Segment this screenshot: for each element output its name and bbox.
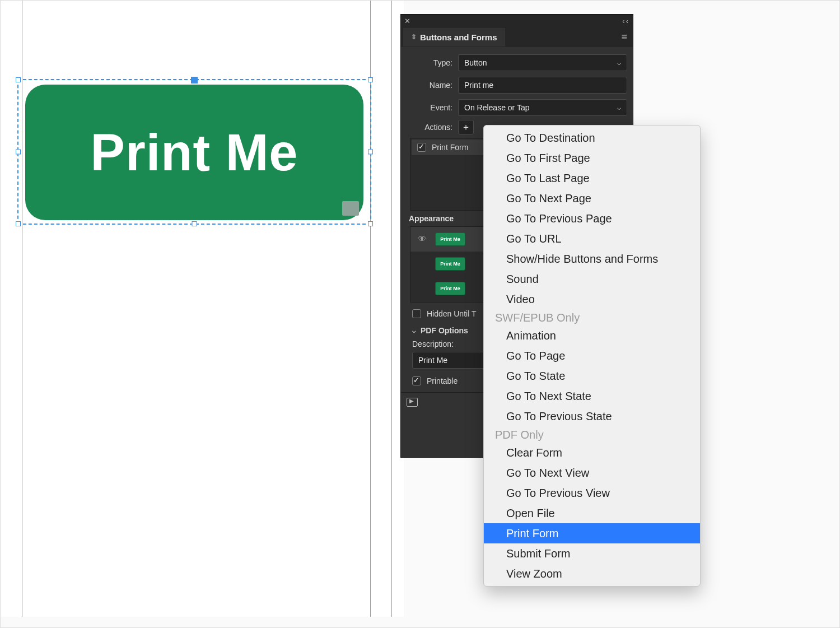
actions-dropdown-menu: Go To DestinationGo To First PageGo To L… [483, 125, 701, 587]
menu-item[interactable]: Go To Next Page [484, 188, 700, 208]
state-thumbnail: Print Me [435, 257, 465, 271]
tab-drag-icon: ⇕ [411, 33, 417, 41]
panel-collapse-icon[interactable]: ‹‹ [622, 17, 629, 25]
menu-item[interactable]: Go To Page [484, 346, 700, 366]
event-value: On Release or Tap [464, 103, 529, 112]
menu-item[interactable]: Go To Previous Page [484, 208, 700, 229]
selection-handle[interactable] [368, 150, 373, 155]
type-label: Type: [407, 58, 452, 67]
name-input-field[interactable] [464, 81, 621, 90]
type-dropdown[interactable]: Button ⌵ [458, 54, 627, 71]
panel-menu-icon[interactable]: ≡ [621, 31, 627, 43]
selection-handle[interactable] [16, 221, 21, 226]
selection-handle[interactable] [192, 221, 197, 226]
selection-handle[interactable] [368, 221, 373, 226]
hidden-checkbox[interactable] [412, 309, 421, 318]
menu-item[interactable]: Animation [484, 325, 700, 346]
menu-item[interactable]: Sound [484, 269, 700, 289]
menu-section-header: SWF/EPUB Only [484, 309, 700, 325]
visibility-icon[interactable]: 👁 [416, 234, 428, 244]
action-item-label: Print Form [432, 143, 468, 152]
selection-handle[interactable] [368, 77, 373, 82]
menu-item[interactable]: Go To Next View [484, 463, 700, 483]
chevron-down-icon: ⌵ [617, 104, 621, 111]
menu-item[interactable]: Go To Next State [484, 386, 700, 406]
close-icon[interactable]: ✕ [404, 17, 410, 25]
printable-checkbox[interactable] [412, 376, 421, 385]
pdf-options-label: PDF Options [421, 326, 468, 335]
menu-item[interactable]: Open File [484, 503, 700, 523]
menu-section-header: PDF Only [484, 426, 700, 443]
name-input[interactable] [458, 77, 627, 94]
menu-item[interactable]: Go To State [484, 366, 700, 386]
state-thumbnail: Print Me [435, 282, 465, 295]
menu-item[interactable]: Go To Last Page [484, 168, 700, 188]
printable-label: Printable [427, 376, 458, 385]
page-guide [391, 1, 392, 617]
actions-label: Actions: [407, 123, 452, 132]
menu-item[interactable]: Print Form [484, 523, 700, 543]
menu-item[interactable]: View Zoom [484, 564, 700, 584]
preview-spread-icon[interactable] [407, 398, 418, 407]
menu-item[interactable]: Go To First Page [484, 148, 700, 168]
state-thumbnail: Print Me [435, 232, 465, 246]
event-dropdown[interactable]: On Release or Tap ⌵ [458, 99, 627, 116]
menu-item[interactable]: Go To Previous View [484, 483, 700, 503]
event-label: Event: [407, 103, 452, 112]
selection-frame[interactable] [17, 79, 371, 225]
hidden-label: Hidden Until T [427, 309, 476, 318]
action-checkbox[interactable] [417, 143, 426, 152]
chevron-down-icon: ⌵ [412, 327, 416, 334]
name-label: Name: [407, 81, 452, 90]
add-action-button[interactable]: ＋ [458, 120, 474, 134]
chevron-down-icon: ⌵ [617, 59, 621, 67]
menu-item[interactable]: Video [484, 289, 700, 309]
menu-item[interactable]: Go To URL [484, 229, 700, 249]
panel-tab[interactable]: ⇕ Buttons and Forms [403, 28, 505, 46]
panel-title: Buttons and Forms [420, 32, 497, 42]
menu-item[interactable]: Go To Destination [484, 128, 700, 148]
panel-tab-row: ⇕ Buttons and Forms ≡ [401, 27, 633, 47]
menu-item[interactable]: Show/Hide Buttons and Forms [484, 249, 700, 269]
menu-item[interactable]: Clear Form [484, 443, 700, 463]
canvas-area: Print Me [1, 1, 404, 617]
menu-item[interactable]: Submit Form [484, 543, 700, 564]
selection-handle[interactable] [16, 77, 21, 82]
selection-handle[interactable] [16, 150, 21, 155]
selection-handle[interactable] [191, 77, 198, 83]
panel-titlebar[interactable]: ✕ ‹‹ [401, 15, 633, 27]
menu-item[interactable]: Go To Previous State [484, 406, 700, 426]
type-value: Button [464, 58, 487, 67]
